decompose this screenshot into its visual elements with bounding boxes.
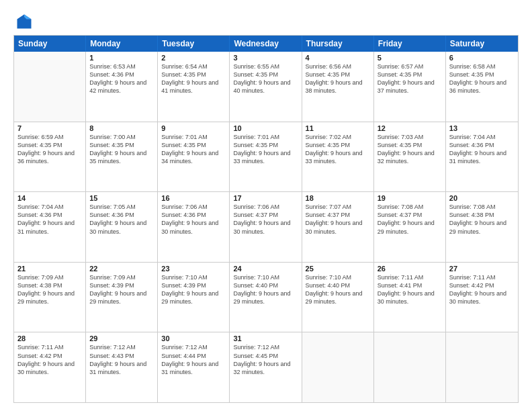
- day-number: 21: [17, 265, 82, 273]
- cell-info: Sunrise: 7:02 AM Sunset: 4:35 PM Dayligh…: [306, 133, 370, 166]
- calendar-cell: 3Sunrise: 6:55 AM Sunset: 4:35 PM Daylig…: [230, 52, 302, 122]
- calendar-cell: [446, 332, 518, 402]
- cell-info: Sunrise: 7:12 AM Sunset: 4:44 PM Dayligh…: [161, 343, 226, 376]
- cell-info: Sunrise: 7:00 AM Sunset: 4:35 PM Dayligh…: [89, 133, 154, 166]
- cell-info: Sunrise: 7:11 AM Sunset: 4:41 PM Dayligh…: [378, 273, 442, 306]
- day-number: 3: [233, 54, 298, 62]
- cell-info: Sunrise: 6:57 AM Sunset: 4:35 PM Dayligh…: [378, 62, 442, 95]
- calendar-cell: 24Sunrise: 7:10 AM Sunset: 4:40 PM Dayli…: [230, 263, 302, 332]
- calendar-cell: 27Sunrise: 7:11 AM Sunset: 4:42 PM Dayli…: [446, 263, 518, 332]
- calendar-cell: 8Sunrise: 7:00 AM Sunset: 4:35 PM Daylig…: [86, 122, 158, 192]
- weekday-header-friday: Friday: [374, 36, 446, 52]
- cell-info: Sunrise: 7:10 AM Sunset: 4:39 PM Dayligh…: [161, 273, 226, 306]
- day-number: 10: [233, 124, 298, 132]
- calendar-cell: 25Sunrise: 7:10 AM Sunset: 4:40 PM Dayli…: [302, 263, 374, 332]
- day-number: 26: [378, 265, 442, 273]
- calendar-cell: 30Sunrise: 7:12 AM Sunset: 4:44 PM Dayli…: [158, 332, 230, 402]
- cell-info: Sunrise: 7:06 AM Sunset: 4:36 PM Dayligh…: [161, 203, 226, 236]
- cell-info: Sunrise: 7:12 AM Sunset: 4:45 PM Dayligh…: [233, 343, 298, 376]
- cell-info: Sunrise: 7:04 AM Sunset: 4:36 PM Dayligh…: [17, 203, 82, 236]
- calendar-row-3: 21Sunrise: 7:09 AM Sunset: 4:38 PM Dayli…: [14, 262, 518, 332]
- day-number: 22: [89, 265, 154, 273]
- logo: [13, 12, 34, 28]
- cell-info: Sunrise: 7:11 AM Sunset: 4:42 PM Dayligh…: [17, 343, 82, 376]
- day-number: 18: [306, 194, 370, 202]
- day-number: 12: [378, 124, 442, 132]
- weekday-header-tuesday: Tuesday: [158, 36, 230, 52]
- calendar-cell: 11Sunrise: 7:02 AM Sunset: 4:35 PM Dayli…: [302, 122, 374, 192]
- calendar-cell: [374, 332, 446, 402]
- calendar-cell: 17Sunrise: 7:06 AM Sunset: 4:37 PM Dayli…: [230, 192, 302, 262]
- cell-info: Sunrise: 7:01 AM Sunset: 4:35 PM Dayligh…: [233, 133, 298, 166]
- day-number: 11: [306, 124, 370, 132]
- day-number: 16: [161, 194, 226, 202]
- weekday-header-wednesday: Wednesday: [230, 36, 302, 52]
- cell-info: Sunrise: 7:09 AM Sunset: 4:38 PM Dayligh…: [17, 273, 82, 306]
- cell-info: Sunrise: 7:07 AM Sunset: 4:37 PM Dayligh…: [306, 203, 370, 236]
- calendar: SundayMondayTuesdayWednesdayThursdayFrid…: [13, 35, 519, 403]
- calendar-row-2: 14Sunrise: 7:04 AM Sunset: 4:36 PM Dayli…: [14, 191, 518, 262]
- day-number: 30: [161, 334, 226, 342]
- calendar-cell: 22Sunrise: 7:09 AM Sunset: 4:39 PM Dayli…: [86, 263, 158, 332]
- cell-info: Sunrise: 6:56 AM Sunset: 4:35 PM Dayligh…: [306, 62, 370, 95]
- day-number: 6: [449, 54, 515, 62]
- day-number: 14: [17, 194, 82, 202]
- day-number: 15: [89, 194, 154, 202]
- calendar-cell: 18Sunrise: 7:07 AM Sunset: 4:37 PM Dayli…: [302, 192, 374, 262]
- day-number: 5: [378, 54, 442, 62]
- cell-info: Sunrise: 6:54 AM Sunset: 4:35 PM Dayligh…: [161, 62, 226, 95]
- day-number: 31: [233, 334, 298, 342]
- cell-info: Sunrise: 6:55 AM Sunset: 4:35 PM Dayligh…: [233, 62, 298, 95]
- calendar-cell: 20Sunrise: 7:08 AM Sunset: 4:38 PM Dayli…: [446, 192, 518, 262]
- cell-info: Sunrise: 7:10 AM Sunset: 4:40 PM Dayligh…: [233, 273, 298, 306]
- day-number: 4: [306, 54, 370, 62]
- day-number: 19: [378, 194, 442, 202]
- weekday-header-monday: Monday: [86, 36, 158, 52]
- calendar-cell: [14, 52, 86, 122]
- calendar-cell: 15Sunrise: 7:05 AM Sunset: 4:36 PM Dayli…: [86, 192, 158, 262]
- calendar-cell: 13Sunrise: 7:04 AM Sunset: 4:36 PM Dayli…: [446, 122, 518, 192]
- calendar-cell: 19Sunrise: 7:08 AM Sunset: 4:37 PM Dayli…: [374, 192, 446, 262]
- day-number: 17: [233, 194, 298, 202]
- cell-info: Sunrise: 7:08 AM Sunset: 4:38 PM Dayligh…: [449, 203, 515, 236]
- day-number: 9: [161, 124, 226, 132]
- calendar-cell: 28Sunrise: 7:11 AM Sunset: 4:42 PM Dayli…: [14, 332, 86, 402]
- calendar-row-0: 1Sunrise: 6:53 AM Sunset: 4:36 PM Daylig…: [14, 52, 518, 122]
- calendar-row-1: 7Sunrise: 6:59 AM Sunset: 4:35 PM Daylig…: [14, 122, 518, 192]
- cell-info: Sunrise: 7:08 AM Sunset: 4:37 PM Dayligh…: [378, 203, 442, 236]
- cell-info: Sunrise: 7:12 AM Sunset: 4:43 PM Dayligh…: [89, 343, 154, 376]
- cell-info: Sunrise: 6:53 AM Sunset: 4:36 PM Dayligh…: [89, 62, 154, 95]
- calendar-cell: 4Sunrise: 6:56 AM Sunset: 4:35 PM Daylig…: [302, 52, 374, 122]
- calendar-cell: 29Sunrise: 7:12 AM Sunset: 4:43 PM Dayli…: [86, 332, 158, 402]
- day-number: 24: [233, 265, 298, 273]
- day-number: 2: [161, 54, 226, 62]
- weekday-header-sunday: Sunday: [14, 36, 86, 52]
- calendar-cell: 10Sunrise: 7:01 AM Sunset: 4:35 PM Dayli…: [230, 122, 302, 192]
- calendar-cell: 26Sunrise: 7:11 AM Sunset: 4:41 PM Dayli…: [374, 263, 446, 332]
- calendar-body: 1Sunrise: 6:53 AM Sunset: 4:36 PM Daylig…: [14, 52, 518, 402]
- weekday-header-saturday: Saturday: [446, 36, 518, 52]
- logo-text: [13, 12, 34, 31]
- cell-info: Sunrise: 7:05 AM Sunset: 4:36 PM Dayligh…: [89, 203, 154, 236]
- cell-info: Sunrise: 7:01 AM Sunset: 4:35 PM Dayligh…: [161, 133, 226, 166]
- cell-info: Sunrise: 7:03 AM Sunset: 4:35 PM Dayligh…: [378, 133, 442, 166]
- cell-info: Sunrise: 7:09 AM Sunset: 4:39 PM Dayligh…: [89, 273, 154, 306]
- cell-info: Sunrise: 6:58 AM Sunset: 4:35 PM Dayligh…: [449, 62, 515, 95]
- calendar-cell: 14Sunrise: 7:04 AM Sunset: 4:36 PM Dayli…: [14, 192, 86, 262]
- calendar-cell: 7Sunrise: 6:59 AM Sunset: 4:35 PM Daylig…: [14, 122, 86, 192]
- calendar-cell: 16Sunrise: 7:06 AM Sunset: 4:36 PM Dayli…: [158, 192, 230, 262]
- day-number: 1: [89, 54, 154, 62]
- calendar-cell: 12Sunrise: 7:03 AM Sunset: 4:35 PM Dayli…: [374, 122, 446, 192]
- calendar-cell: 9Sunrise: 7:01 AM Sunset: 4:35 PM Daylig…: [158, 122, 230, 192]
- calendar-row-4: 28Sunrise: 7:11 AM Sunset: 4:42 PM Dayli…: [14, 332, 518, 402]
- cell-info: Sunrise: 6:59 AM Sunset: 4:35 PM Dayligh…: [17, 133, 82, 166]
- day-number: 29: [89, 334, 154, 342]
- page: SundayMondayTuesdayWednesdayThursdayFrid…: [0, 0, 532, 411]
- calendar-cell: 5Sunrise: 6:57 AM Sunset: 4:35 PM Daylig…: [374, 52, 446, 122]
- cell-info: Sunrise: 7:11 AM Sunset: 4:42 PM Dayligh…: [449, 273, 515, 306]
- day-number: 8: [89, 124, 154, 132]
- cell-info: Sunrise: 7:04 AM Sunset: 4:36 PM Dayligh…: [449, 133, 515, 166]
- calendar-cell: [302, 332, 374, 402]
- logo-icon: [15, 12, 34, 31]
- cell-info: Sunrise: 7:10 AM Sunset: 4:40 PM Dayligh…: [306, 273, 370, 306]
